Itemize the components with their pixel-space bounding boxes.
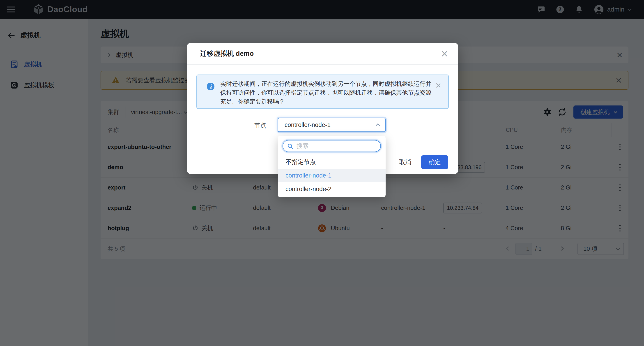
modal-title: 迁移虚拟机 demo [200, 49, 254, 58]
confirm-button[interactable]: 确定 [421, 155, 448, 169]
node-select-value: controller-node-1 [284, 121, 377, 128]
info-icon: i [207, 83, 214, 90]
dropdown-option-unspecified[interactable]: 不指定节点 [278, 155, 386, 169]
app-root: DaoCloud ? admin 虚拟机 [0, 0, 644, 346]
info-alert-text: 实时迁移期间，正在运行的虚拟机实例移动到另一个节点，同时虚拟机继续运行并保持可访… [220, 80, 435, 108]
alert-close-icon[interactable]: × [435, 81, 442, 108]
info-alert: i 实时迁移期间，正在运行的虚拟机实例移动到另一个节点，同时虚拟机继续运行并保持… [196, 75, 449, 109]
dropdown-option-controller-node-1[interactable]: controller-node-1 [278, 169, 386, 182]
dropdown-option-controller-node-2[interactable]: controller-node-2 [278, 182, 386, 196]
dropdown-search-input[interactable] [296, 142, 377, 149]
cancel-button[interactable]: 取消 [393, 155, 417, 169]
node-dropdown-panel: 不指定节点 controller-node-1 controller-node-… [278, 136, 386, 197]
modal-header: 迁移虚拟机 demo × [187, 43, 458, 65]
node-select-trigger[interactable]: controller-node-1 [278, 118, 386, 132]
search-icon [287, 143, 293, 149]
dropdown-search[interactable] [282, 140, 381, 152]
node-field-label: 节点 [254, 121, 268, 129]
modal-close-icon[interactable]: × [440, 49, 448, 58]
